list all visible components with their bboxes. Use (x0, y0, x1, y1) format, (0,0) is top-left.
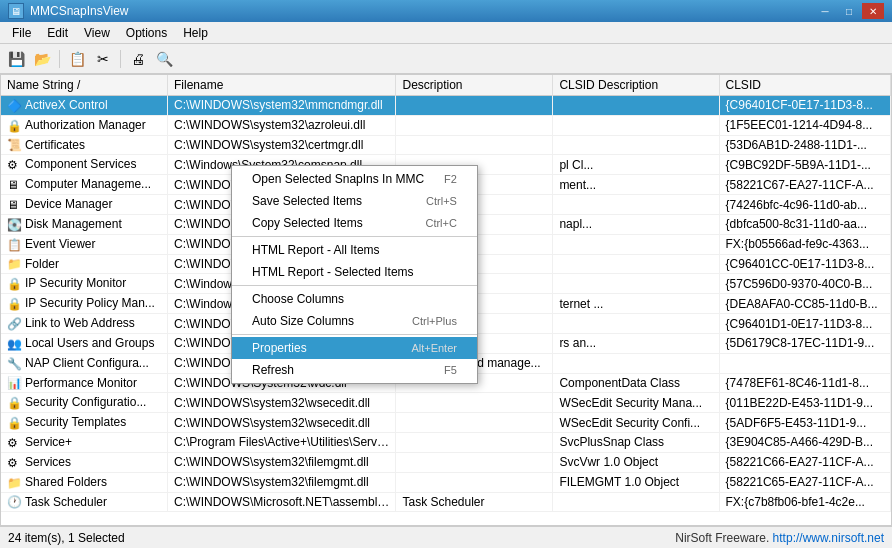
table-row[interactable]: 🕐Task SchedulerC:\WINDOWS\Microsoft.NET\… (1, 492, 891, 512)
status-count: 24 item(s), 1 Selected (8, 531, 125, 545)
table-row[interactable]: ⚙Service+C:\Program Files\Active+\Utilit… (1, 433, 891, 453)
cell-clsid: {dbfca500-8c31-11d0-aa... (719, 214, 890, 234)
title-controls: ─ □ ✕ (814, 3, 884, 19)
table-row[interactable]: 📜CertificatesC:\WINDOWS\system32\certmgr… (1, 135, 891, 155)
cell-clsid: {1F5EEC01-1214-4D94-8... (719, 115, 890, 135)
context-menu-item[interactable]: Save Selected ItemsCtrl+S (232, 190, 477, 212)
cell-name: ⚙Service+ (1, 433, 168, 453)
cell-clsid-desc: WSecEdit Security Mana... (553, 393, 719, 413)
cell-clsid-desc (553, 195, 719, 215)
cell-description (396, 115, 553, 135)
col-description[interactable]: Description (396, 75, 553, 96)
row-icon: 📜 (7, 138, 21, 152)
toolbar-save[interactable]: 💾 (4, 47, 28, 71)
cell-name: 🔒Security Configuratio... (1, 393, 168, 413)
cell-name: 🔒IP Security Monitor (1, 274, 168, 294)
app-icon: 🖥 (8, 3, 24, 19)
cell-clsid-desc (553, 96, 719, 116)
row-icon: 🔒 (7, 277, 21, 291)
table-row[interactable]: 🔒Authorization ManagerC:\WINDOWS\system3… (1, 115, 891, 135)
context-menu-item[interactable]: HTML Report - Selected Items (232, 261, 477, 283)
context-menu-item[interactable]: Copy Selected ItemsCtrl+C (232, 212, 477, 234)
col-name[interactable]: Name String / (1, 75, 168, 96)
context-menu-item[interactable]: PropertiesAlt+Enter (232, 337, 477, 359)
cell-name: 🕐Task Scheduler (1, 492, 168, 512)
col-clsid-desc[interactable]: CLSID Description (553, 75, 719, 96)
toolbar-separator (59, 50, 60, 68)
cell-clsid-desc: SvcVwr 1.0 Object (553, 452, 719, 472)
context-menu-item[interactable]: Auto Size ColumnsCtrl+Plus (232, 310, 477, 332)
context-menu-shortcut: Ctrl+S (426, 195, 457, 207)
cell-clsid-desc (553, 314, 719, 334)
context-menu-item-label: Properties (252, 341, 307, 355)
menu-item-options[interactable]: Options (118, 24, 175, 42)
cell-clsid-desc: pl Cl... (553, 155, 719, 175)
toolbar-open[interactable]: 📂 (30, 47, 54, 71)
cell-description (396, 135, 553, 155)
cell-description (396, 472, 553, 492)
toolbar-search[interactable]: 🔍 (152, 47, 176, 71)
close-button[interactable]: ✕ (862, 3, 884, 19)
cell-clsid: {7478EF61-8C46-11d1-8... (719, 373, 890, 393)
context-menu-item-label: Choose Columns (252, 292, 344, 306)
row-icon: 🔒 (7, 297, 21, 311)
toolbar-cut[interactable]: ✂ (91, 47, 115, 71)
context-menu-separator (232, 334, 477, 335)
context-menu-item[interactable]: Choose Columns (232, 288, 477, 310)
toolbar-copy[interactable]: 📋 (65, 47, 89, 71)
row-icon: 📋 (7, 238, 21, 252)
cell-clsid-desc: rs an... (553, 333, 719, 353)
col-clsid[interactable]: CLSID (719, 75, 890, 96)
row-icon: ⚙ (7, 158, 21, 172)
minimize-button[interactable]: ─ (814, 3, 836, 19)
table-row[interactable]: 🔷ActiveX ControlC:\WINDOWS\system32\mmcn… (1, 96, 891, 116)
row-icon: 📁 (7, 476, 21, 490)
cell-clsid: {5D6179C8-17EC-11D1-9... (719, 333, 890, 353)
row-icon: 🔒 (7, 416, 21, 430)
cell-clsid-desc (553, 135, 719, 155)
row-icon: 👥 (7, 337, 21, 351)
window-title: MMCSnapInsView (30, 4, 128, 18)
menu-item-help[interactable]: Help (175, 24, 216, 42)
nirsoft-link[interactable]: http://www.nirsoft.net (773, 531, 884, 545)
context-menu-separator (232, 236, 477, 237)
cell-filename: C:\WINDOWS\Microsoft.NET\assembly\GA... (168, 492, 396, 512)
menu-bar: FileEditViewOptionsHelp (0, 22, 892, 44)
col-filename[interactable]: Filename (168, 75, 396, 96)
row-icon: ⚙ (7, 436, 21, 450)
maximize-button[interactable]: □ (838, 3, 860, 19)
cell-description (396, 413, 553, 433)
menu-item-edit[interactable]: Edit (39, 24, 76, 42)
cell-clsid: {3E904C85-A466-429D-B... (719, 433, 890, 453)
row-icon: 📊 (7, 376, 21, 390)
cell-name: 🔒Authorization Manager (1, 115, 168, 135)
menu-item-file[interactable]: File (4, 24, 39, 42)
toolbar-print[interactable]: 🖨 (126, 47, 150, 71)
context-menu-item[interactable]: HTML Report - All Items (232, 239, 477, 261)
cell-name: 🔗Link to Web Address (1, 314, 168, 334)
cell-clsid-desc (553, 353, 719, 373)
context-menu-separator (232, 285, 477, 286)
context-menu-shortcut: F5 (444, 364, 457, 376)
table-row[interactable]: ⚙ServicesC:\WINDOWS\system32\filemgmt.dl… (1, 452, 891, 472)
cell-name: 🖥Device Manager (1, 195, 168, 215)
cell-clsid: {DEA8AFA0-CC85-11d0-B... (719, 294, 890, 314)
cell-clsid-desc: ternet ... (553, 294, 719, 314)
row-icon: 🖥 (7, 178, 21, 192)
context-menu-item[interactable]: RefreshF5 (232, 359, 477, 381)
cell-clsid-desc (553, 254, 719, 274)
cell-name: 📜Certificates (1, 135, 168, 155)
table-row[interactable]: 🔒Security TemplatesC:\WINDOWS\system32\w… (1, 413, 891, 433)
menu-item-view[interactable]: View (76, 24, 118, 42)
row-icon: 🔒 (7, 119, 21, 133)
cell-clsid (719, 353, 890, 373)
cell-name: ⚙Services (1, 452, 168, 472)
table-row[interactable]: 🔒Security Configuratio...C:\WINDOWS\syst… (1, 393, 891, 413)
row-icon: 🖥 (7, 198, 21, 212)
row-icon: 🔧 (7, 357, 21, 371)
cell-clsid-desc (553, 234, 719, 254)
context-menu-item[interactable]: Open Selected SnapIns In MMCF2 (232, 168, 477, 190)
table-row[interactable]: 📁Shared FoldersC:\WINDOWS\system32\filem… (1, 472, 891, 492)
cell-clsid-desc: napl... (553, 214, 719, 234)
cell-clsid: FX:{c7b8fb06-bfe1-4c2e... (719, 492, 890, 512)
